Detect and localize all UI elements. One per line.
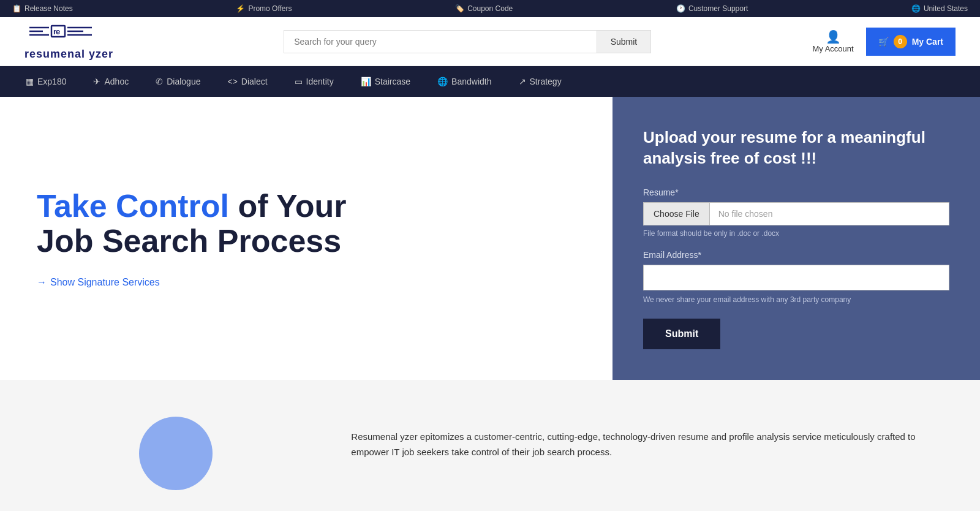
hero-right: Upload your resume for a meaningful anal… <box>612 97 980 380</box>
hero-title-dark1: of Your <box>238 188 346 224</box>
navbar: ▦ Exp180 ✈ Adhoc ✆ Dialogue <> Dialect ▭… <box>0 66 980 97</box>
cart-badge: 0 <box>894 35 907 48</box>
top-bar: 📋 Release Notes ⚡ Promo Offers 🏷️ Coupon… <box>0 0 980 17</box>
nav-label: Identity <box>306 77 334 86</box>
promo-offers-link[interactable]: ⚡ Promo Offers <box>236 4 292 13</box>
nav-label: Staircase <box>375 77 410 86</box>
hero-title: Take Control of Your Job Search Process <box>37 189 576 259</box>
file-hint: File format should be only in .doc or .d… <box>643 229 949 238</box>
nav-label: Bandwidth <box>451 77 491 86</box>
nav-label: Adhoc <box>104 77 129 86</box>
identity-icon: ▭ <box>295 77 303 86</box>
support-icon: 🕐 <box>676 4 685 13</box>
cart-icon: 🛒 <box>878 37 889 47</box>
nav-item-exp180[interactable]: ▦ Exp180 <box>12 66 80 97</box>
email-label: Email Address* <box>643 250 949 260</box>
file-input-wrapper: Choose File No file chosen <box>643 202 949 225</box>
form-submit-button[interactable]: Submit <box>643 319 720 349</box>
choose-file-button[interactable]: Choose File <box>644 203 710 225</box>
my-account-button[interactable]: 👤 My Account <box>812 29 853 53</box>
logo[interactable]: re resumenal yzer <box>24 23 123 61</box>
hero-section: Take Control of Your Job Search Process … <box>0 97 980 380</box>
search-submit-button[interactable]: Submit <box>597 30 652 53</box>
globe-icon: 🌐 <box>911 4 921 13</box>
arrow-right-icon: → <box>37 277 47 288</box>
bandwidth-icon: 🌐 <box>437 77 448 86</box>
nav-item-adhoc[interactable]: ✈ Adhoc <box>80 66 142 97</box>
coupon-code-link[interactable]: 🏷️ Coupon Code <box>455 4 513 13</box>
account-label: My Account <box>812 44 853 53</box>
logo-text: resumenal yzer <box>24 48 113 61</box>
upload-title: Upload your resume for a meaningful anal… <box>643 127 949 169</box>
cart-label: My Cart <box>912 37 943 47</box>
below-section: Resumenal yzer epitomizes a customer-cen… <box>0 380 980 511</box>
release-notes-icon: 📋 <box>12 4 21 13</box>
dialect-icon: <> <box>227 77 237 86</box>
nav-item-staircase[interactable]: 📊 Staircase <box>347 66 424 97</box>
cart-button[interactable]: 🛒 0 My Cart <box>866 28 956 56</box>
search-area: Submit <box>284 30 651 53</box>
promo-icon: ⚡ <box>236 4 245 13</box>
dialogue-icon: ✆ <box>156 77 163 86</box>
header: re resumenal yzer Submit 👤 My Account 🛒 … <box>0 17 980 66</box>
staircase-icon: 📊 <box>361 77 371 86</box>
email-hint: We never share your email address with a… <box>643 295 949 304</box>
file-name-display: No file chosen <box>710 203 949 225</box>
svg-text:re: re <box>53 27 60 36</box>
description-text: Resumenal yzer epitomizes a customer-cen… <box>351 429 956 460</box>
nav-item-strategy[interactable]: ↗ Strategy <box>505 66 575 97</box>
coupon-icon: 🏷️ <box>455 4 464 13</box>
user-icon: 👤 <box>826 29 841 44</box>
below-right: Resumenal yzer epitomizes a customer-cen… <box>351 417 956 490</box>
nav-label: Dialogue <box>167 77 200 86</box>
search-input[interactable] <box>284 30 596 53</box>
logo-icon: re <box>24 23 123 48</box>
nav-item-bandwidth[interactable]: 🌐 Bandwidth <box>424 66 505 97</box>
nav-label: Dialect <box>241 77 268 86</box>
nav-item-identity[interactable]: ▭ Identity <box>281 66 347 97</box>
brand-circle <box>139 417 213 490</box>
nav-label: Strategy <box>530 77 562 86</box>
region-link[interactable]: 🌐 United States <box>911 4 968 13</box>
nav-item-dialogue[interactable]: ✆ Dialogue <box>142 66 214 97</box>
hero-left: Take Control of Your Job Search Process … <box>0 97 612 380</box>
resume-label: Resume* <box>643 187 949 197</box>
below-left <box>24 417 326 490</box>
strategy-icon: ↗ <box>519 77 526 86</box>
adhoc-icon: ✈ <box>93 77 100 86</box>
nav-item-dialect[interactable]: <> Dialect <box>214 66 281 97</box>
exp180-icon: ▦ <box>26 77 34 86</box>
hero-title-dark2: Job Search Process <box>37 223 341 259</box>
hero-title-blue: Take Control <box>37 188 229 224</box>
nav-label: Exp180 <box>37 77 66 86</box>
release-notes-link[interactable]: 📋 Release Notes <box>12 4 73 13</box>
customer-support-link[interactable]: 🕐 Customer Support <box>676 4 748 13</box>
header-right: 👤 My Account 🛒 0 My Cart <box>812 28 956 56</box>
show-services-link[interactable]: → Show Signature Services <box>37 277 576 288</box>
email-input[interactable] <box>643 265 949 290</box>
